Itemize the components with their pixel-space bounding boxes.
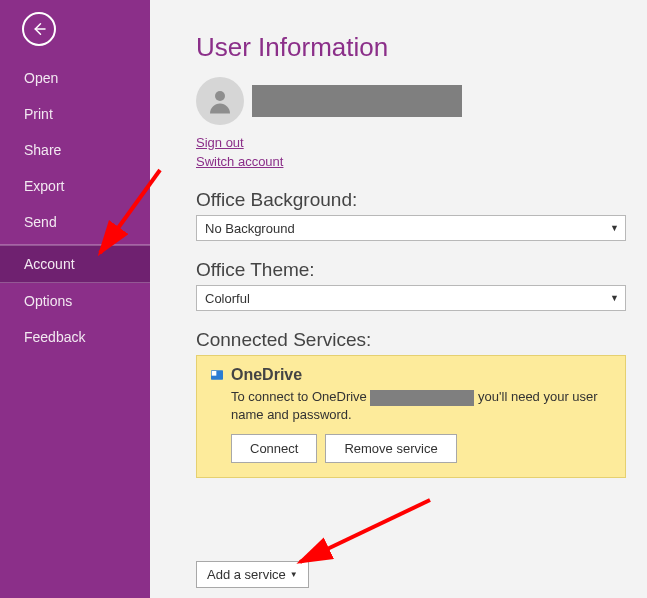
office-theme-value: Colorful [205,291,250,306]
sidebar-item-account[interactable]: Account [0,245,150,283]
onedrive-description: To connect to OneDrive you'll need your … [231,388,613,424]
office-background-value: No Background [205,221,295,236]
add-service-button[interactable]: Add a service ▼ [196,561,309,588]
sidebar-item-share[interactable]: Share [0,132,150,168]
sidebar-item-print[interactable]: Print [0,96,150,132]
main-panel: User Information Sign out Switch account… [150,0,647,598]
switch-account-link[interactable]: Switch account [196,154,283,169]
chevron-down-icon: ▼ [610,223,619,233]
person-icon [205,86,235,116]
sidebar-item-send[interactable]: Send [0,204,150,240]
backstage-sidebar: Open Print Share Export Send Account Opt… [0,0,150,598]
svg-rect-3 [212,371,217,376]
remove-service-button[interactable]: Remove service [325,434,456,463]
back-button[interactable] [22,12,56,46]
sidebar-item-export[interactable]: Export [0,168,150,204]
user-info-row [196,77,627,125]
user-name-redacted [252,85,462,117]
sidebar-item-open[interactable]: Open [0,60,150,96]
add-service-label: Add a service [207,567,286,582]
chevron-down-icon: ▼ [610,293,619,303]
chevron-down-icon: ▼ [290,570,298,579]
onedrive-account-redacted [370,390,474,406]
avatar [196,77,244,125]
onedrive-name: OneDrive [231,366,302,384]
office-theme-dropdown[interactable]: Colorful ▼ [196,285,626,311]
page-title: User Information [196,32,627,63]
svg-point-1 [215,91,225,101]
office-theme-label: Office Theme: [196,259,627,281]
connected-services-panel: OneDrive To connect to OneDrive you'll n… [196,355,626,478]
office-background-label: Office Background: [196,189,627,211]
sidebar-item-options[interactable]: Options [0,283,150,319]
sidebar-item-feedback[interactable]: Feedback [0,319,150,355]
onedrive-header: OneDrive [209,366,613,384]
connected-services-label: Connected Services: [196,329,627,351]
onedrive-icon [209,367,225,383]
connect-button[interactable]: Connect [231,434,317,463]
office-background-dropdown[interactable]: No Background ▼ [196,215,626,241]
sign-out-link[interactable]: Sign out [196,135,244,150]
back-arrow-icon [30,20,48,38]
